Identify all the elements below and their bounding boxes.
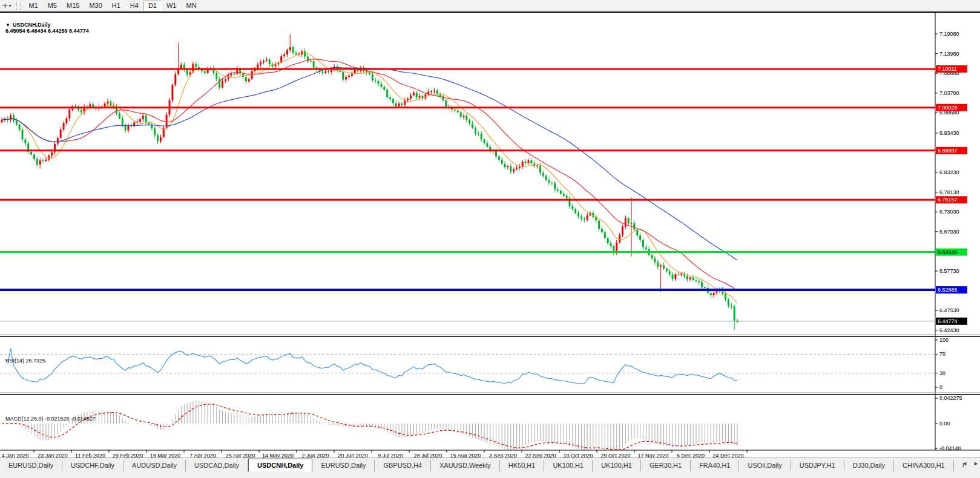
svg-text:6.67930: 6.67930: [939, 229, 959, 235]
svg-text:6.88897: 6.88897: [938, 148, 958, 154]
rsi-name: RSI(14): [5, 358, 24, 364]
svg-text:6.52865: 6.52865: [938, 287, 958, 293]
tab-scroll-left-icon[interactable]: ◄: [962, 460, 967, 467]
svg-text:19 Mar 2020: 19 Mar 2020: [150, 453, 181, 457]
rsi-value: 26.7325: [26, 358, 46, 364]
title-caret-icon[interactable]: ▼: [5, 22, 10, 28]
svg-text:70: 70: [939, 351, 945, 357]
timeframe-button-m1[interactable]: M1: [24, 1, 42, 11]
svg-text:0.00: 0.00: [939, 421, 950, 427]
timeframe-button-h4[interactable]: H4: [125, 1, 143, 11]
top-toolbar: ✛ ▾ M1M5M15M30H1H4D1W1MN: [0, 0, 980, 11]
svg-text:6.73030: 6.73030: [939, 209, 959, 215]
chart-tab-uk100-h1[interactable]: UK100,H1: [544, 460, 593, 471]
svg-text:6.47530: 6.47530: [939, 307, 959, 313]
chart-tab-usdchf-daily[interactable]: USDCHF,Daily: [62, 460, 123, 471]
svg-text:0: 0: [939, 384, 942, 390]
tab-strip: EURUSD,DailyUSDCHF,DailyAUDUSD,DailyUSDC…: [0, 458, 964, 471]
svg-text:6.93430: 6.93430: [939, 130, 959, 136]
macd-signal-value: -0.014827: [71, 416, 96, 422]
svg-text:6.42430: 6.42430: [939, 327, 959, 333]
svg-text:17 Nov 2020: 17 Nov 2020: [637, 453, 668, 457]
svg-text:30: 30: [939, 370, 945, 376]
chart-symbol-label: USDCNH,Daily: [13, 22, 51, 28]
chart-tab-eurusd-daily[interactable]: EURUSD,Daily: [0, 460, 62, 471]
cursor-tool-button[interactable]: ✛ ▾: [0, 0, 13, 11]
chart-tab-hk50-h1[interactable]: HK50,H1: [500, 460, 545, 471]
svg-text:28 Jul 2020: 28 Jul 2020: [414, 453, 442, 457]
svg-text:9 Jul 2020: 9 Jul 2020: [378, 453, 403, 457]
timeframe-button-m30[interactable]: M30: [84, 1, 107, 11]
toolbar-grip: [16, 2, 21, 10]
timeframe-button-m5[interactable]: M5: [43, 1, 62, 11]
svg-text:6.62646: 6.62646: [938, 249, 958, 255]
chart-tab-dj30-daily[interactable]: DJ30,Daily: [844, 460, 894, 471]
chart-plot-area[interactable]: [0, 13, 980, 457]
svg-text:15 Aug 2020: 15 Aug 2020: [450, 453, 481, 457]
macd-indicator-label: MACD(12,26,9) -0.021526 -0.014827: [2, 410, 96, 422]
svg-text:25 Apr 2020: 25 Apr 2020: [226, 453, 255, 457]
tab-scroll-controls: ◄ ►: [962, 460, 979, 467]
cursor-tool-icon: ✛: [2, 2, 7, 9]
svg-text:11 Feb 2020: 11 Feb 2020: [75, 453, 105, 457]
chevron-down-icon[interactable]: ▾: [8, 3, 11, 8]
chart-title: ▼USDCNH,Daily 6.45054 6.46434 6.44259 6.…: [2, 16, 89, 34]
chart-tab-usdcnh-daily[interactable]: USDCNH,Daily: [248, 459, 312, 471]
svg-text:7.13980: 7.13980: [939, 51, 959, 57]
svg-text:7 Apr 2020: 7 Apr 2020: [189, 453, 216, 457]
svg-text:6.76157: 6.76157: [938, 197, 958, 203]
chart-tab-eurusd-daily[interactable]: EURUSD,Daily: [312, 460, 375, 471]
timeframe-button-h1[interactable]: H1: [107, 1, 125, 11]
svg-text:24 Dec 2020: 24 Dec 2020: [712, 453, 743, 457]
svg-text:5 Dec 2020: 5 Dec 2020: [677, 453, 705, 457]
chart-tab-usoil-daily[interactable]: USOil,Daily: [739, 460, 791, 471]
timeframe-button-m15[interactable]: M15: [62, 1, 84, 11]
svg-text:29 Feb 2020: 29 Feb 2020: [113, 453, 143, 457]
svg-text:100: 100: [939, 337, 949, 343]
chart-tab-fra40-h1[interactable]: FRA40,H1: [691, 460, 739, 471]
timeframe-button-d1[interactable]: D1: [143, 1, 162, 11]
tab-scroll-right-icon[interactable]: ►: [973, 460, 979, 467]
svg-text:6.83230: 6.83230: [939, 169, 959, 175]
svg-text:29 Oct 2020: 29 Oct 2020: [600, 453, 630, 457]
macd-main-value: -0.021526: [45, 416, 70, 422]
chart-ohlc-values: 6.45054 6.46434 6.44259 6.44774: [5, 28, 89, 34]
timeframe-button-mn[interactable]: MN: [181, 1, 201, 11]
chart-tab-xauusd-weekly[interactable]: XAUUSD,Weekly: [431, 460, 500, 471]
svg-text:10 Oct 2020: 10 Oct 2020: [563, 453, 593, 457]
chart-canvas[interactable]: 7.190807.139807.088807.037806.986806.934…: [0, 13, 980, 457]
svg-text:7.03780: 7.03780: [939, 90, 959, 96]
svg-text:7.00029: 7.00029: [938, 105, 958, 111]
chart-tab-ger30-h1[interactable]: GER30,H1: [641, 460, 691, 471]
svg-text:22 Sep 2020: 22 Sep 2020: [525, 453, 556, 457]
svg-text:-0.04148: -0.04148: [939, 445, 961, 451]
svg-text:14 May 2020: 14 May 2020: [262, 453, 294, 457]
macd-name: MACD(12,26,9): [5, 416, 44, 422]
svg-text:23 Jan 2020: 23 Jan 2020: [38, 453, 68, 457]
chart-tab-audusd-daily[interactable]: AUDUSD,Daily: [123, 460, 186, 471]
svg-text:6.44774: 6.44774: [938, 318, 958, 324]
svg-text:6.78130: 6.78130: [939, 189, 959, 195]
chart-tab-bar: EURUSD,DailyUSDCHF,DailyAUDUSD,DailyUSDC…: [0, 457, 980, 478]
rsi-indicator-label: RSI(14) 26.7325: [2, 352, 45, 364]
svg-text:20 Jun 2020: 20 Jun 2020: [338, 453, 368, 457]
svg-text:3 Sep 2020: 3 Sep 2020: [489, 453, 517, 457]
chart-tab-uk100-h1[interactable]: UK100,H1: [593, 460, 641, 471]
chart-tab-usdjpy-h1[interactable]: USDJPY,H1: [791, 460, 844, 471]
chart-tab-china300-h1[interactable]: CHINA300,H1: [894, 460, 954, 471]
svg-text:4 Jan 2020: 4 Jan 2020: [2, 453, 29, 457]
svg-text:7.19080: 7.19080: [939, 31, 959, 37]
svg-text:0.042275: 0.042275: [939, 395, 962, 401]
svg-text:2 Jun 2020: 2 Jun 2020: [302, 453, 329, 457]
svg-text:6.57730: 6.57730: [939, 268, 959, 274]
timeframe-button-w1[interactable]: W1: [162, 1, 182, 11]
timeframe-button-group: M1M5M15M30H1H4D1W1MN: [24, 1, 201, 11]
chart-tab-usdcad-daily[interactable]: USDCAD,Daily: [186, 460, 248, 471]
svg-text:7.10011: 7.10011: [938, 66, 957, 72]
chart-tab-gbpusd-h4[interactable]: GBPUSD,H4: [375, 460, 431, 471]
